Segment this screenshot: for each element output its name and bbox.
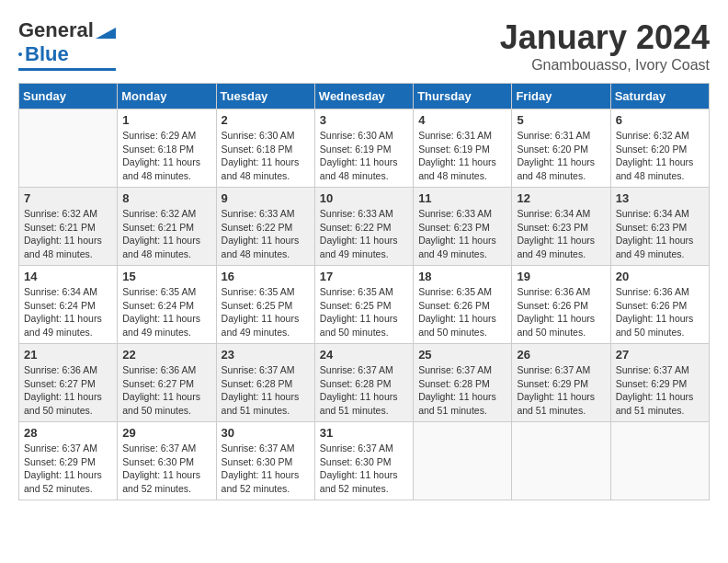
day-number: 1 bbox=[122, 113, 210, 127]
day-number: 24 bbox=[320, 348, 408, 362]
day-info: Sunrise: 6:36 AMSunset: 6:27 PMDaylight:… bbox=[24, 363, 112, 418]
calendar-cell: 26Sunrise: 6:37 AMSunset: 6:29 PMDayligh… bbox=[512, 344, 610, 422]
calendar-cell bbox=[512, 422, 610, 500]
day-info: Sunrise: 6:37 AMSunset: 6:28 PMDaylight:… bbox=[418, 363, 506, 418]
svg-marker-0 bbox=[96, 28, 116, 39]
calendar-cell: 1Sunrise: 6:29 AMSunset: 6:18 PMDaylight… bbox=[118, 109, 216, 188]
calendar-cell: 5Sunrise: 6:31 AMSunset: 6:20 PMDaylight… bbox=[512, 109, 610, 188]
day-number: 3 bbox=[320, 113, 408, 127]
day-number: 19 bbox=[517, 270, 605, 283]
calendar-cell: 20Sunrise: 6:36 AMSunset: 6:26 PMDayligh… bbox=[610, 266, 709, 344]
calendar-cell: 2Sunrise: 6:30 AMSunset: 6:18 PMDaylight… bbox=[216, 109, 314, 188]
day-info: Sunrise: 6:31 AMSunset: 6:19 PMDaylight:… bbox=[418, 129, 506, 183]
week-row-5: 28Sunrise: 6:37 AMSunset: 6:29 PMDayligh… bbox=[19, 422, 710, 500]
day-number: 28 bbox=[24, 426, 112, 440]
calendar-cell: 22Sunrise: 6:36 AMSunset: 6:27 PMDayligh… bbox=[118, 344, 216, 422]
day-info: Sunrise: 6:37 AMSunset: 6:29 PMDaylight:… bbox=[517, 363, 605, 418]
day-info: Sunrise: 6:30 AMSunset: 6:19 PMDaylight:… bbox=[320, 129, 408, 183]
day-info: Sunrise: 6:34 AMSunset: 6:23 PMDaylight:… bbox=[517, 207, 605, 261]
day-info: Sunrise: 6:35 AMSunset: 6:25 PMDaylight:… bbox=[320, 285, 408, 339]
calendar-cell: 3Sunrise: 6:30 AMSunset: 6:19 PMDaylight… bbox=[314, 109, 413, 188]
calendar-table: SundayMondayTuesdayWednesdayThursdayFrid… bbox=[18, 83, 710, 500]
day-number: 8 bbox=[122, 191, 210, 205]
title-area: January 2024 Gnambouasso, Ivory Coast bbox=[500, 18, 710, 74]
weekday-header-friday: Friday bbox=[512, 84, 610, 109]
calendar-cell: 14Sunrise: 6:34 AMSunset: 6:24 PMDayligh… bbox=[19, 266, 118, 344]
calendar-cell: 13Sunrise: 6:34 AMSunset: 6:23 PMDayligh… bbox=[610, 188, 709, 266]
day-number: 14 bbox=[24, 270, 112, 283]
day-info: Sunrise: 6:29 AMSunset: 6:18 PMDaylight:… bbox=[122, 129, 210, 183]
day-number: 11 bbox=[418, 191, 506, 205]
day-number: 10 bbox=[320, 191, 408, 205]
day-number: 30 bbox=[222, 426, 310, 440]
logo-general: General bbox=[18, 18, 94, 42]
weekday-header-tuesday: Tuesday bbox=[216, 84, 314, 109]
calendar-cell: 16Sunrise: 6:35 AMSunset: 6:25 PMDayligh… bbox=[216, 266, 314, 344]
day-info: Sunrise: 6:36 AMSunset: 6:27 PMDaylight:… bbox=[122, 363, 210, 418]
calendar-header: SundayMondayTuesdayWednesdayThursdayFrid… bbox=[19, 84, 710, 109]
calendar-cell: 21Sunrise: 6:36 AMSunset: 6:27 PMDayligh… bbox=[19, 344, 118, 422]
calendar-cell: 30Sunrise: 6:37 AMSunset: 6:30 PMDayligh… bbox=[216, 422, 314, 500]
day-info: Sunrise: 6:36 AMSunset: 6:26 PMDaylight:… bbox=[616, 285, 704, 339]
day-number: 26 bbox=[517, 348, 605, 362]
day-number: 13 bbox=[616, 191, 704, 205]
location-title: Gnambouasso, Ivory Coast bbox=[500, 57, 710, 74]
calendar-cell: 23Sunrise: 6:37 AMSunset: 6:28 PMDayligh… bbox=[216, 344, 314, 422]
calendar-cell: 25Sunrise: 6:37 AMSunset: 6:28 PMDayligh… bbox=[414, 344, 512, 422]
calendar-body: 1Sunrise: 6:29 AMSunset: 6:18 PMDaylight… bbox=[19, 109, 710, 500]
calendar-cell: 8Sunrise: 6:32 AMSunset: 6:21 PMDaylight… bbox=[118, 188, 216, 266]
calendar-cell: 17Sunrise: 6:35 AMSunset: 6:25 PMDayligh… bbox=[314, 266, 413, 344]
logo-blue: Blue bbox=[25, 42, 69, 66]
day-info: Sunrise: 6:35 AMSunset: 6:24 PMDaylight:… bbox=[122, 285, 210, 339]
day-number: 25 bbox=[418, 348, 506, 362]
weekday-header-thursday: Thursday bbox=[414, 84, 512, 109]
day-number: 29 bbox=[122, 426, 210, 440]
day-number: 4 bbox=[418, 113, 506, 127]
week-row-2: 7Sunrise: 6:32 AMSunset: 6:21 PMDaylight… bbox=[19, 188, 710, 266]
day-info: Sunrise: 6:32 AMSunset: 6:21 PMDaylight:… bbox=[122, 207, 210, 261]
day-number: 18 bbox=[418, 270, 506, 283]
day-number: 6 bbox=[616, 113, 704, 127]
day-info: Sunrise: 6:34 AMSunset: 6:23 PMDaylight:… bbox=[616, 207, 704, 261]
calendar-cell: 4Sunrise: 6:31 AMSunset: 6:19 PMDaylight… bbox=[414, 109, 512, 188]
weekday-header-sunday: Sunday bbox=[19, 84, 118, 109]
header: General Blue January 2024 Gnambouasso, I… bbox=[18, 18, 710, 74]
day-info: Sunrise: 6:33 AMSunset: 6:22 PMDaylight:… bbox=[222, 207, 310, 261]
calendar-cell: 6Sunrise: 6:32 AMSunset: 6:20 PMDaylight… bbox=[610, 109, 709, 188]
calendar-cell: 11Sunrise: 6:33 AMSunset: 6:23 PMDayligh… bbox=[414, 188, 512, 266]
day-info: Sunrise: 6:35 AMSunset: 6:26 PMDaylight:… bbox=[418, 285, 506, 339]
day-number: 27 bbox=[616, 348, 704, 362]
day-info: Sunrise: 6:33 AMSunset: 6:22 PMDaylight:… bbox=[320, 207, 408, 261]
day-info: Sunrise: 6:32 AMSunset: 6:20 PMDaylight:… bbox=[616, 129, 704, 183]
day-number: 22 bbox=[122, 348, 210, 362]
day-info: Sunrise: 6:30 AMSunset: 6:18 PMDaylight:… bbox=[222, 129, 310, 183]
day-number: 23 bbox=[222, 348, 310, 362]
month-title: January 2024 bbox=[500, 18, 710, 57]
calendar-cell: 7Sunrise: 6:32 AMSunset: 6:21 PMDaylight… bbox=[19, 188, 118, 266]
day-info: Sunrise: 6:36 AMSunset: 6:26 PMDaylight:… bbox=[517, 285, 605, 339]
logo-underline bbox=[18, 68, 116, 71]
day-info: Sunrise: 6:37 AMSunset: 6:30 PMDaylight:… bbox=[222, 442, 310, 496]
day-info: Sunrise: 6:34 AMSunset: 6:24 PMDaylight:… bbox=[24, 285, 112, 339]
day-info: Sunrise: 6:37 AMSunset: 6:28 PMDaylight:… bbox=[222, 363, 310, 418]
calendar-cell: 29Sunrise: 6:37 AMSunset: 6:30 PMDayligh… bbox=[118, 422, 216, 500]
day-info: Sunrise: 6:32 AMSunset: 6:21 PMDaylight:… bbox=[24, 207, 112, 261]
calendar-cell: 15Sunrise: 6:35 AMSunset: 6:24 PMDayligh… bbox=[118, 266, 216, 344]
day-info: Sunrise: 6:31 AMSunset: 6:20 PMDaylight:… bbox=[517, 129, 605, 183]
day-info: Sunrise: 6:37 AMSunset: 6:29 PMDaylight:… bbox=[616, 363, 704, 418]
calendar-cell: 18Sunrise: 6:35 AMSunset: 6:26 PMDayligh… bbox=[414, 266, 512, 344]
day-info: Sunrise: 6:35 AMSunset: 6:25 PMDaylight:… bbox=[222, 285, 310, 339]
day-number: 31 bbox=[320, 426, 408, 440]
day-number: 5 bbox=[517, 113, 605, 127]
logo: General Blue bbox=[18, 18, 116, 71]
day-number: 7 bbox=[24, 191, 112, 205]
day-number: 12 bbox=[517, 191, 605, 205]
week-row-4: 21Sunrise: 6:36 AMSunset: 6:27 PMDayligh… bbox=[19, 344, 710, 422]
calendar-cell bbox=[19, 109, 118, 188]
calendar-cell: 12Sunrise: 6:34 AMSunset: 6:23 PMDayligh… bbox=[512, 188, 610, 266]
week-row-1: 1Sunrise: 6:29 AMSunset: 6:18 PMDaylight… bbox=[19, 109, 710, 188]
weekday-header-row: SundayMondayTuesdayWednesdayThursdayFrid… bbox=[19, 84, 710, 109]
day-number: 17 bbox=[320, 270, 408, 283]
calendar-cell: 9Sunrise: 6:33 AMSunset: 6:22 PMDaylight… bbox=[216, 188, 314, 266]
day-info: Sunrise: 6:37 AMSunset: 6:30 PMDaylight:… bbox=[320, 442, 408, 496]
